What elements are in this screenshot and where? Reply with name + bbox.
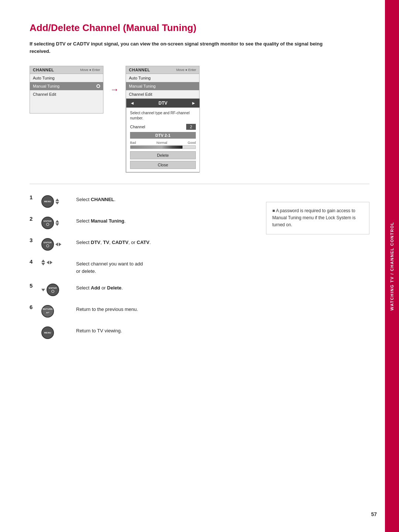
manual-tuning-label-r: Manual Tuning <box>129 84 156 88</box>
menu-button: MENU <box>41 195 54 208</box>
channel-panel-right-item-1: Manual Tuning <box>126 82 199 90</box>
signal-bad-label: Bad <box>130 141 136 145</box>
intro-text: If selecting DTV or CADTV input signal, … <box>30 40 332 55</box>
step-2: 2 ENTER Select Manual Tuning. <box>30 216 251 229</box>
channel-panel-left-hint: Move ● Enter <box>80 68 100 72</box>
menu-button-2-label: MENU <box>44 332 51 334</box>
enter-button-2-label: ENTER <box>44 220 52 223</box>
page-container: WATCHING TV / CHANNEL CONTROL Add/Delete… <box>0 0 399 532</box>
steps-right: A password is required to gain access to… <box>266 194 369 347</box>
step-5-icons: ENTER <box>41 284 71 296</box>
return-icon: ↩ <box>46 311 49 315</box>
dtv-next-arrow: ► <box>191 101 196 106</box>
lr-arrows-3 <box>55 243 61 246</box>
section-divider <box>30 184 369 184</box>
right-arrow-4 <box>50 261 52 264</box>
step-3-bold-1: DTV <box>91 240 100 245</box>
dtv-channel-name: DTV 2-1 <box>130 132 196 139</box>
dtv-channel-row: Channel 2 <box>130 124 196 130</box>
dtv-prev-arrow: ◄ <box>130 101 134 106</box>
enter-button-3-label: ENTER <box>44 241 52 244</box>
step-4-number: 4 <box>30 259 33 264</box>
enter-button-2: ENTER <box>41 217 54 229</box>
step-3: 3 ENTER Select DTV, TV, CADTV, or CATV. <box>30 237 251 251</box>
ud-arrows-1 <box>55 199 59 204</box>
channel-panel-left-title: CHANNEL <box>33 68 54 72</box>
step-7-number-col <box>30 326 36 326</box>
menu-button-label: MENU <box>44 200 51 203</box>
step-1-bold: CHANNEL <box>91 197 115 202</box>
step-1-number: 1 <box>30 194 33 200</box>
manual-tuning-label: Manual Tuning <box>33 84 59 88</box>
down-arrow-2 <box>55 223 59 226</box>
step-6-number: 6 <box>30 304 33 310</box>
step-1-icons: MENU <box>41 195 71 208</box>
step-4: 4 Select channel you want to addor delet… <box>30 259 251 275</box>
step-5-bold-1: Add <box>91 285 100 291</box>
arrow-between: → <box>103 84 126 95</box>
enter-button-5: ENTER <box>47 284 59 296</box>
step-3-bold-3: CADTV <box>112 240 129 245</box>
close-button[interactable]: Close <box>130 161 196 169</box>
lr-arrows-4 <box>47 261 52 264</box>
ud-arrows-2 <box>55 220 59 226</box>
sidebar-label: WATCHING TV / CHANNEL CONTROL <box>390 222 394 311</box>
channel-panel-left-item-2: Channel Edit <box>30 90 103 98</box>
right-arrow-3 <box>59 243 61 246</box>
step-4-number-col: 4 <box>30 259 36 265</box>
step-3-icons: ENTER <box>41 238 71 251</box>
enter-button-3-dot <box>46 244 49 247</box>
down-arrow-5 <box>41 289 45 291</box>
step-3-bold-4: CATV <box>137 240 149 245</box>
steps-left: 1 MENU Select CHANNEL. <box>30 194 251 347</box>
panels-area: CHANNEL Move ● Enter Auto Tuning Manual … <box>30 66 369 173</box>
delete-button[interactable]: Delete <box>130 151 196 159</box>
step-6-number-col: 6 <box>30 304 36 311</box>
step-6-icons: RETURN ↩ <box>41 305 71 318</box>
step-2-bold: Manual Tuning <box>91 218 125 224</box>
signal-bar-fill <box>130 146 183 149</box>
step-7-text: Return to TV viewing. <box>76 326 122 335</box>
step-7-icons: MENU <box>41 326 71 339</box>
step-3-bold-2: TV <box>103 240 109 245</box>
return-button: RETURN ↩ <box>41 305 54 318</box>
menu-button-2: MENU <box>41 326 54 339</box>
channel-panel-left-item-1: Manual Tuning <box>30 82 103 90</box>
down-arrow-1 <box>55 202 59 204</box>
ud-arrows-4 <box>41 260 45 265</box>
left-arrow-4 <box>47 261 49 264</box>
step-1-text: Select CHANNEL. <box>76 194 116 203</box>
channel-panel-left: CHANNEL Move ● Enter Auto Tuning Manual … <box>30 66 103 113</box>
signal-bar-area: Bad Normal Good <box>130 141 196 149</box>
step-4-text: Select channel you want to addor delete. <box>76 259 143 275</box>
step-2-number: 2 <box>30 216 33 221</box>
dtv-title: DTV <box>158 101 167 106</box>
steps-area: 1 MENU Select CHANNEL. <box>30 194 369 347</box>
step-5: 5 ENTER Select Add or Delete. <box>30 283 251 296</box>
channel-panel-left-item-0: Auto Tuning <box>30 74 103 82</box>
channel-panel-right-item-0: Auto Tuning <box>126 74 199 82</box>
dtv-submenu-body: Select channel type and RF-channel numbe… <box>126 108 200 172</box>
step-2-icons: ENTER <box>41 217 71 229</box>
note-box: A password is required to gain access to… <box>266 202 369 234</box>
left-arrow-3 <box>55 243 58 246</box>
up-arrow-1 <box>55 199 59 201</box>
dot-icon <box>96 84 100 88</box>
step-5-number-col: 5 <box>30 283 36 289</box>
ud-arrows-5 <box>41 289 45 291</box>
arrow-icon: → <box>110 84 119 95</box>
return-button-label: RETURN <box>43 308 53 311</box>
channel-panel-right: CHANNEL Move ● Enter Auto Tuning Manual … <box>126 66 200 173</box>
step-3-number: 3 <box>30 237 33 243</box>
signal-bar-track <box>130 145 196 149</box>
step-4-icons <box>41 260 71 265</box>
down-arrow-4 <box>41 263 45 265</box>
channel-panel-right-header: CHANNEL Move ● Enter <box>126 66 199 74</box>
enter-button-2-dot <box>46 223 49 226</box>
step-7: MENU Return to TV viewing. <box>30 326 251 339</box>
step-2-text: Select Manual Tuning. <box>76 216 126 225</box>
signal-normal-label: Normal <box>156 141 167 145</box>
dtv-submenu: ◄ DTV ► Select channel type and RF-chann… <box>126 98 200 172</box>
step-2-number-col: 2 <box>30 216 36 222</box>
enter-button-5-label: ENTER <box>49 287 57 289</box>
